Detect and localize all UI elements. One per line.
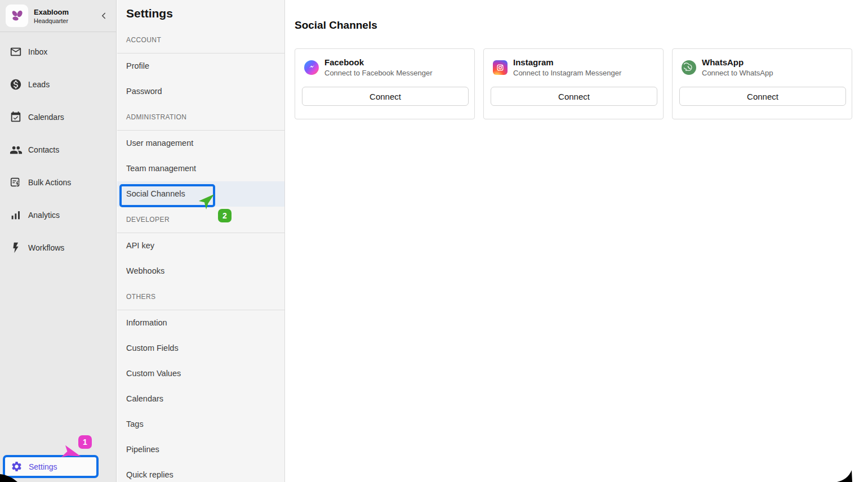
sidebar-item-bulk-actions[interactable]: Bulk Actions [0, 166, 116, 199]
card-whatsapp: WhatsApp Connect to WhatsApp Connect [672, 48, 852, 119]
org-text: Exabloom Headquarter [34, 8, 97, 24]
menu-item-webhooks[interactable]: Webhooks [117, 258, 284, 284]
channel-description: Connect to Facebook Messenger [324, 69, 433, 77]
people-icon [9, 143, 23, 157]
connect-instagram-button[interactable]: Connect [491, 87, 657, 106]
org-subtitle: Headquarter [34, 17, 97, 24]
card-instagram: Instagram Connect to Instagram Messenger… [483, 48, 664, 119]
org-name: Exabloom [34, 8, 97, 16]
card-facebook: Facebook Connect to Facebook Messenger C… [295, 48, 475, 119]
sidebar-item-label: Leads [28, 80, 50, 89]
channel-name: WhatsApp [702, 57, 773, 67]
menu-item-custom-values[interactable]: Custom Values [117, 361, 284, 386]
sidebar-item-calendars[interactable]: Calendars [0, 101, 116, 133]
primary-sidebar: Exabloom Headquarter Inbox Leads [0, 0, 117, 482]
lightning-icon [9, 241, 23, 255]
instagram-icon [493, 60, 508, 75]
main-content: Social Channels Facebook Connect to Face… [286, 0, 868, 482]
menu-item-tags[interactable]: Tags [117, 412, 284, 437]
page-title: Social Channels [295, 19, 868, 32]
document-lightning-icon [9, 176, 23, 189]
channel-description: Connect to Instagram Messenger [513, 69, 621, 77]
card-header: WhatsApp Connect to WhatsApp [682, 57, 843, 77]
settings-button[interactable]: Settings [5, 457, 96, 476]
menu-item-social-channels[interactable]: Social Channels [117, 181, 284, 207]
menu-item-information[interactable]: Information [117, 310, 284, 336]
menu-item-quick-replies[interactable]: Quick replies [117, 462, 284, 482]
sidebar-item-label: Contacts [28, 145, 59, 154]
channel-cards: Facebook Connect to Facebook Messenger C… [295, 48, 868, 119]
sidebar-item-analytics[interactable]: Analytics [0, 199, 116, 231]
messenger-icon [304, 60, 319, 75]
chevron-left-icon [99, 11, 109, 21]
menu-item-team-management[interactable]: Team management [117, 156, 284, 181]
org-header: Exabloom Headquarter [0, 0, 116, 32]
calendar-check-icon [9, 110, 23, 124]
annotation-badge-1: 1 [78, 435, 92, 449]
channel-name: Instagram [513, 57, 621, 67]
connect-facebook-button[interactable]: Connect [302, 87, 469, 106]
menu-item-user-management[interactable]: User management [117, 131, 284, 156]
sidebar-item-label: Analytics [28, 211, 60, 220]
menu-item-calendars[interactable]: Calendars [117, 386, 284, 412]
sidebar-item-leads[interactable]: Leads [0, 68, 116, 101]
section-header-developer: DEVELOPER [117, 207, 284, 233]
channel-description: Connect to WhatsApp [702, 69, 773, 77]
bar-chart-icon [9, 208, 23, 222]
annotation-badge-2: 2 [218, 209, 232, 222]
sidebar-item-label: Workflows [28, 243, 64, 252]
settings-button-label: Settings [29, 462, 57, 471]
menu-item-custom-fields[interactable]: Custom Fields [117, 336, 284, 361]
menu-item-pipelines[interactable]: Pipelines [117, 437, 284, 462]
section-header-administration: ADMINISTRATION [117, 104, 284, 130]
menu-item-api-key[interactable]: API key [117, 233, 284, 258]
section-header-others: OTHERS [117, 284, 284, 310]
channel-name: Facebook [324, 57, 433, 67]
menu-item-password[interactable]: Password [117, 79, 284, 104]
menu-item-profile[interactable]: Profile [117, 53, 284, 79]
sidebar-item-contacts[interactable]: Contacts [0, 133, 116, 166]
sidebar-item-label: Bulk Actions [28, 178, 71, 187]
mail-icon [9, 45, 23, 59]
primary-nav: Inbox Leads Calendars Contacts [0, 35, 116, 264]
collapse-sidebar-button[interactable] [97, 9, 110, 23]
whatsapp-icon [682, 60, 696, 75]
card-header: Instagram Connect to Instagram Messenger [493, 57, 654, 77]
dollar-circle-icon [9, 78, 23, 91]
section-header-account: ACCOUNT [117, 27, 284, 53]
settings-menu-panel: Settings ACCOUNT Profile Password ADMINI… [117, 0, 285, 482]
exabloom-petals-logo [6, 5, 28, 27]
connect-whatsapp-button[interactable]: Connect [679, 87, 846, 106]
gear-icon [10, 460, 23, 474]
sidebar-item-inbox[interactable]: Inbox [0, 35, 116, 68]
sidebar-item-workflows[interactable]: Workflows [0, 231, 116, 264]
sidebar-item-label: Inbox [28, 47, 47, 56]
card-header: Facebook Connect to Facebook Messenger [304, 57, 465, 77]
settings-menu-title: Settings [117, 0, 284, 27]
sidebar-item-label: Calendars [28, 113, 64, 122]
app-window: Exabloom Headquarter Inbox Leads [0, 0, 868, 482]
